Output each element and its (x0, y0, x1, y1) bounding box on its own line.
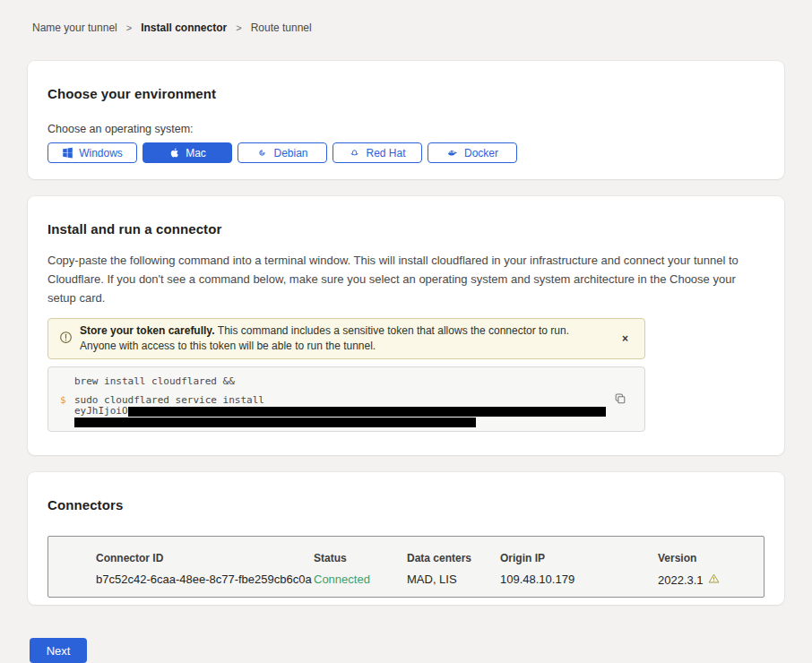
data-centers-value: MAD, LIS (407, 573, 500, 587)
os-button-docker[interactable]: Docker (428, 142, 517, 163)
version-value-cell: 2022.3.1 (658, 573, 764, 587)
os-button-mac[interactable]: Mac (143, 142, 232, 163)
os-button-windows[interactable]: Windows (48, 142, 137, 163)
col-header-status: Status (314, 552, 407, 564)
warning-triangle-icon (708, 573, 720, 587)
token-warning-title: Store your token carefully. (80, 324, 218, 337)
os-button-redhat[interactable]: Red Hat (333, 142, 422, 163)
install-connector-description: Copy-paste the following command into a … (48, 251, 764, 307)
col-header-connector-id: Connector ID (96, 552, 314, 564)
os-button-label: Docker (464, 147, 498, 159)
table-row: b7c52c42-6caa-48ee-8c77-fbe259cb6c0a Con… (96, 573, 764, 587)
os-select-label: Choose an operating system: (48, 123, 764, 135)
shell-prompt: $ (60, 395, 74, 427)
breadcrumb-install-connector[interactable]: Install connector (141, 22, 227, 34)
breadcrumb-route-tunnel[interactable]: Route tunnel (251, 22, 312, 34)
code-line-brew: brew install cloudflared && (60, 376, 632, 387)
redhat-logo-icon (349, 147, 360, 159)
connectors-title: Connectors (48, 497, 764, 512)
code-line-sudo: $ sudo cloudflared service install eyJhI… (60, 395, 632, 427)
os-button-label: Windows (79, 147, 123, 159)
breadcrumb: Name your tunnel > Install connector > R… (0, 0, 812, 34)
os-button-label: Debian (273, 147, 307, 159)
status-badge: Connected (314, 573, 407, 587)
next-button[interactable]: Next (30, 638, 87, 663)
alert-circle-icon (59, 331, 73, 348)
connectors-card: Connectors Connector ID Status Data cent… (28, 472, 784, 605)
environment-card-title: Choose your environment (48, 86, 764, 101)
token-redaction-bar (74, 418, 476, 427)
breadcrumb-name-your-tunnel[interactable]: Name your tunnel (32, 22, 117, 34)
token-warning-text: Store your token carefully. This command… (80, 323, 595, 355)
token-warning-banner: Store your token carefully. This command… (48, 318, 645, 359)
os-button-label: Red Hat (366, 147, 405, 159)
code-prompt-spacer (60, 376, 74, 387)
install-connector-card: Install and run a connector Copy-paste t… (28, 196, 784, 455)
install-connector-title: Install and run a connector (48, 221, 764, 237)
code-line-brew-text: brew install cloudflared && (74, 376, 235, 387)
docker-logo-icon (446, 147, 459, 159)
col-header-origin-ip: Origin IP (500, 552, 658, 564)
connectors-table-header: Connector ID Status Data centers Origin … (96, 552, 764, 564)
connector-id-value: b7c52c42-6caa-48ee-8c77-fbe259cb6c0a (96, 573, 314, 587)
os-button-label: Mac (186, 147, 206, 159)
apple-logo-icon (168, 147, 180, 159)
os-button-debian[interactable]: Debian (238, 142, 327, 163)
os-button-row: Windows Mac Debian Red Hat Docker (48, 142, 764, 163)
windows-logo-icon (62, 147, 73, 159)
token-prefix: eyJhIjoiO (74, 405, 128, 417)
connectors-table: Connector ID Status Data centers Origin … (48, 536, 764, 598)
copy-icon[interactable] (614, 392, 626, 408)
close-icon[interactable]: × (617, 332, 634, 346)
code-line-token: eyJhIjoiO (74, 406, 606, 417)
col-header-data-centers: Data centers (407, 552, 500, 564)
code-command-group: sudo cloudflared service install eyJhIjo… (74, 395, 606, 427)
code-line-token-2 (74, 417, 606, 427)
breadcrumb-separator: > (236, 22, 241, 33)
environment-card: Choose your environment Choose an operat… (28, 61, 784, 179)
code-line-sudo-text: sudo cloudflared service install (74, 395, 606, 406)
origin-ip-value: 109.48.10.179 (500, 573, 658, 587)
install-command-codeblock: brew install cloudflared && $ sudo cloud… (48, 366, 645, 432)
col-header-version: Version (658, 552, 764, 564)
version-value: 2022.3.1 (658, 573, 704, 587)
breadcrumb-separator: > (126, 22, 132, 33)
token-redaction-bar (128, 407, 606, 417)
debian-logo-icon (256, 147, 268, 159)
